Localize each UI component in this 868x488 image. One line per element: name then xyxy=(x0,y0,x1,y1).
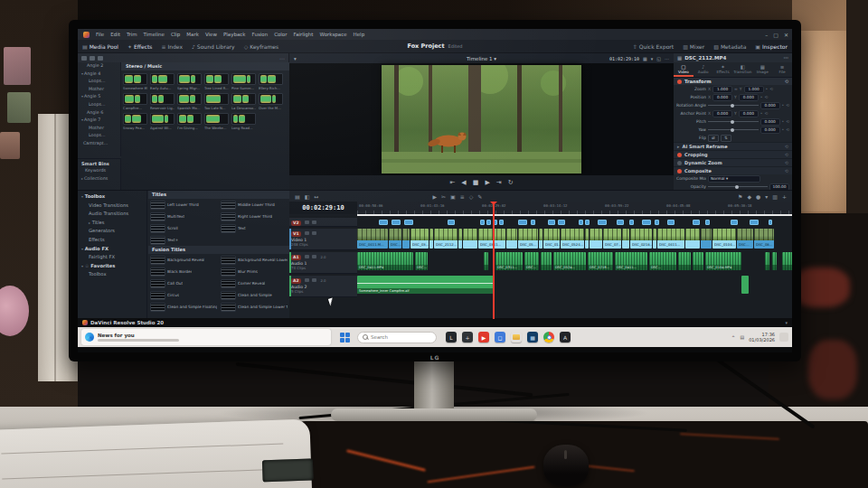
audio-clip-tile[interactable]: Tree Lined R... xyxy=(204,73,229,90)
fusion-title-item[interactable]: Corner Reveal xyxy=(219,277,289,289)
track-header-a2[interactable]: A2 2.0 Audio 2 5 Clips xyxy=(289,276,357,297)
value-field[interactable]: 0.000 xyxy=(760,102,780,109)
track-header-v2[interactable]: V2 xyxy=(289,218,357,227)
reset-icon[interactable]: ⟲ xyxy=(786,119,789,124)
keyframe-dot-icon[interactable]: • xyxy=(782,119,785,124)
opacity-slider[interactable] xyxy=(708,186,768,187)
audio-clip-tile[interactable]: Reservoir Lig... xyxy=(150,93,175,110)
bin-item[interactable]: Angle 6 xyxy=(78,109,120,117)
bin-item[interactable]: Camtrapt... xyxy=(78,140,120,148)
fusion-title-item[interactable]: Call Out xyxy=(148,277,219,289)
timeline-tool-icon[interactable]: ▶ xyxy=(432,193,437,200)
audio-clip-tile[interactable]: Somewhere El... xyxy=(123,73,147,90)
viewer-option-icon[interactable]: ⋯ xyxy=(665,56,669,61)
timeline-tool-icon[interactable]: ↔ xyxy=(314,193,318,200)
window-control-button[interactable]: ✕ xyxy=(784,32,788,38)
audio-clip[interactable]: DSC_0411... xyxy=(615,252,647,270)
timeline-clip[interactable] xyxy=(518,220,527,225)
menu-item[interactable]: Fairlight xyxy=(294,32,314,37)
bin-item[interactable]: Mother xyxy=(78,125,120,133)
inspector-tab[interactable]: ✦ Effects xyxy=(713,62,733,77)
viewer-menu-icon[interactable]: ▾ xyxy=(294,56,297,61)
video-clip[interactable] xyxy=(458,229,462,249)
bin-item[interactable]: ▾Angle 5 xyxy=(78,93,120,101)
video-clip[interactable]: DSC_2112... xyxy=(434,229,458,249)
transport-button[interactable]: ▶ xyxy=(485,179,489,186)
bin-expand-icon[interactable]: ▾ xyxy=(81,94,83,99)
toolbar-button[interactable]: ≡ Index xyxy=(156,40,187,53)
network-volume-icons[interactable]: ▤ xyxy=(740,334,744,340)
video-clip[interactable] xyxy=(622,229,629,249)
toolbar-button[interactable]: ♪ Sound Library xyxy=(187,40,240,53)
track-header-a1[interactable]: A1 2.0 Audio 1 74 Clips xyxy=(289,252,357,274)
video-clip[interactable] xyxy=(402,229,410,249)
effects-sidebar-item[interactable]: ☆ Effects xyxy=(78,236,146,245)
taskbar-app-icon[interactable]: ◻ xyxy=(495,332,505,343)
video-clip[interactable]: DSC_0524... xyxy=(561,229,584,249)
inspector-section-row[interactable]: Composite ⟲ xyxy=(674,166,792,174)
value-field[interactable]: 1.000 xyxy=(712,86,732,93)
viewer-option-icon[interactable]: ◱ xyxy=(656,56,661,61)
value-field[interactable]: 1.000 xyxy=(744,86,764,93)
timeline-clip[interactable] xyxy=(579,220,583,225)
video-clip[interactable] xyxy=(506,229,517,249)
slider[interactable] xyxy=(708,129,759,130)
menu-item[interactable]: Color xyxy=(274,32,287,37)
video-clip[interactable] xyxy=(539,229,542,249)
toolbar-button[interactable]: ◇ Keyframes xyxy=(240,40,283,53)
bin-item[interactable]: Loops... xyxy=(78,78,120,86)
toolbar-button[interactable]: ▧ Metadata xyxy=(709,40,750,53)
notification-center-button[interactable] xyxy=(779,333,788,342)
inspector-tab[interactable]: ▦ Image xyxy=(752,62,772,77)
value-field[interactable]: 0.000 xyxy=(760,118,780,126)
inspector-tab[interactable]: ▢ Video xyxy=(674,62,693,77)
flip-vertical-button[interactable]: ⇅ xyxy=(721,135,731,142)
timeline-clip[interactable] xyxy=(769,220,772,225)
inspector-tab[interactable]: ◧ Transition xyxy=(732,62,752,77)
bin-item[interactable]: Angle 2 xyxy=(78,62,120,70)
section-toggle[interactable] xyxy=(677,169,682,174)
bin-item[interactable]: Loops... xyxy=(78,132,120,140)
reset-icon[interactable]: ⟲ xyxy=(769,87,773,91)
music-clip-short[interactable] xyxy=(741,276,749,294)
fusion-title-item[interactable]: Clean and Simple Floating Lower... xyxy=(148,301,219,313)
audio-clip[interactable]: DSC_0311... xyxy=(495,252,523,270)
reset-icon[interactable]: ⟲ xyxy=(765,111,769,116)
video-clip[interactable] xyxy=(463,229,477,249)
smart-bin-item[interactable]: Keywords xyxy=(78,167,120,175)
timeline-clip[interactable] xyxy=(731,220,738,225)
title-template-item[interactable]: Right Lower Third xyxy=(219,211,289,222)
toolbar-button[interactable]: ⇧ Quick Export xyxy=(628,40,679,53)
value-field[interactable]: 0.000 xyxy=(760,127,780,134)
timeline-tool-icon[interactable]: ▣ xyxy=(450,193,456,200)
menu-item[interactable]: View xyxy=(205,32,217,37)
timeline-tool-icon[interactable]: ▥ xyxy=(772,193,778,200)
track-solo-icon[interactable] xyxy=(312,255,316,258)
start-button[interactable] xyxy=(340,333,350,343)
timeline-clip[interactable] xyxy=(558,220,565,225)
timeline-clip[interactable] xyxy=(705,220,710,225)
section-toggle[interactable] xyxy=(677,153,682,157)
timeline-tool-icon[interactable]: ◧ xyxy=(305,193,310,200)
fusion-title-item[interactable]: Background Reveal Lower Third xyxy=(219,254,289,266)
inspector-more-icon[interactable]: ⋯ xyxy=(784,55,789,61)
toolbar-button[interactable]: ▤ Media Pool xyxy=(78,40,123,53)
davinci-logo-icon[interactable] xyxy=(83,32,90,38)
audio-clip[interactable] xyxy=(484,252,488,270)
value-field[interactable]: 0.000 xyxy=(739,110,759,117)
audio-clip[interactable]: DSC_0104.MP4 xyxy=(705,252,741,270)
timeline-clip[interactable] xyxy=(404,220,413,225)
video-clip[interactable]: DSC... xyxy=(389,229,401,249)
transform-toggle[interactable] xyxy=(677,80,682,84)
menu-item[interactable]: Fusion xyxy=(252,32,269,37)
playhead[interactable] xyxy=(493,202,495,319)
audio-clip[interactable]: DSC... xyxy=(649,252,676,270)
section-toggle[interactable] xyxy=(677,161,682,165)
value-field[interactable]: 0.000 xyxy=(739,94,759,101)
audio-clip[interactable] xyxy=(765,252,769,270)
video-clip[interactable]: DSC_07... xyxy=(603,229,621,249)
audio-clip-tile[interactable]: Spanish Mo... xyxy=(177,93,202,110)
reset-icon[interactable]: ⟲ xyxy=(785,144,788,149)
transport-button[interactable]: ◀ xyxy=(461,179,466,186)
effects-sidebar-item[interactable]: ▸ ☆ Titles xyxy=(78,219,146,228)
